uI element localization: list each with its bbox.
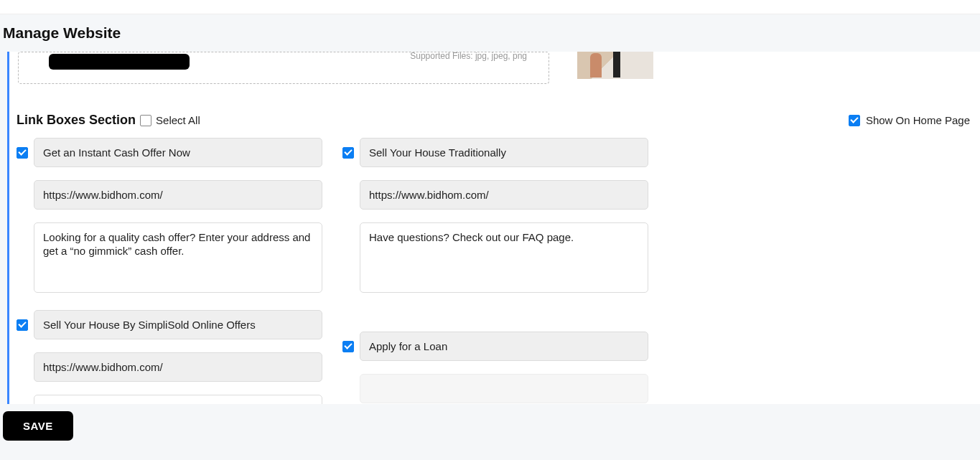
link-box-title-input[interactable] (34, 138, 322, 167)
top-strip (0, 0, 980, 14)
link-box-enable-checkbox[interactable] (342, 341, 354, 352)
link-box-card (17, 138, 322, 293)
link-box-card (342, 138, 648, 293)
footer-bar: SAVE (0, 404, 980, 460)
upload-dropzone[interactable]: Supported Files: jpg, jpeg, png (18, 52, 549, 84)
image-thumbnail (577, 52, 653, 79)
page-header: Manage Website (0, 14, 980, 52)
select-all-label: Select All (156, 114, 200, 126)
link-box-enable-checkbox[interactable] (17, 147, 28, 159)
link-box-title-input[interactable] (360, 138, 648, 167)
link-box-title-input[interactable] (34, 310, 322, 339)
show-on-home-checkbox[interactable] (849, 115, 860, 126)
link-box-enable-checkbox[interactable] (17, 319, 28, 331)
show-on-home-label: Show On Home Page (866, 114, 970, 126)
link-box-desc-textarea[interactable] (360, 222, 648, 293)
upload-button[interactable] (49, 54, 190, 70)
link-box-url-input[interactable] (34, 352, 322, 382)
link-box-title-input[interactable] (360, 332, 648, 361)
link-box-url-input[interactable] (360, 180, 648, 210)
save-button[interactable]: SAVE (3, 411, 73, 441)
link-box-enable-checkbox[interactable] (342, 147, 354, 159)
link-box-url-input[interactable] (360, 374, 648, 403)
supported-files-text: Supported Files: jpg, jpeg, png (410, 52, 527, 61)
page-title: Manage Website (3, 24, 977, 42)
link-box-desc-textarea[interactable] (34, 222, 322, 293)
link-box-url-input[interactable] (34, 180, 322, 210)
section-header: Link Boxes Section Select All Show On Ho… (17, 113, 973, 128)
section-title: Link Boxes Section (17, 113, 136, 128)
upload-area: Supported Files: jpg, jpeg, png (17, 52, 549, 84)
select-all-checkbox[interactable] (140, 115, 151, 126)
content-panel: Supported Files: jpg, jpeg, png Link Box… (7, 52, 980, 460)
